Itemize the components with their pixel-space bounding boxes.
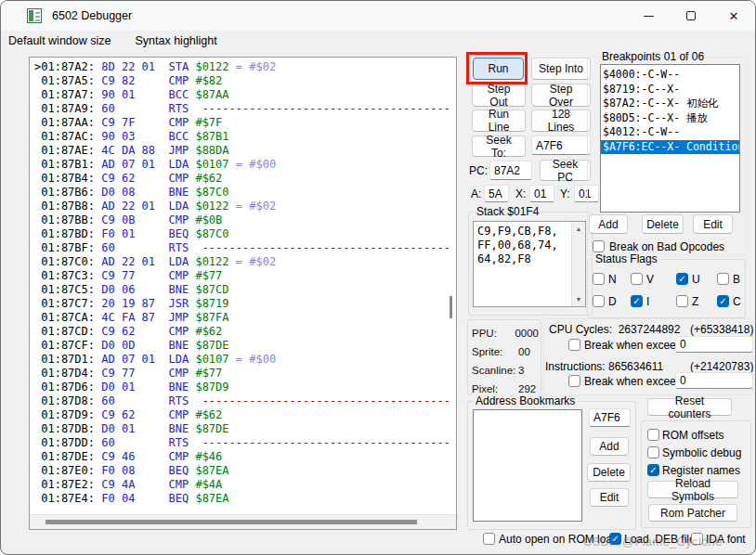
step-out-button[interactable]: Step Out xyxy=(472,84,526,107)
maximize-button[interactable] xyxy=(670,1,712,31)
reset-counters-button[interactable]: Reset counters xyxy=(647,398,732,416)
flag-D-checkbox[interactable] xyxy=(593,295,605,307)
status-flags-title: Status Flags xyxy=(593,252,660,265)
rom-offsets-checkbox[interactable] xyxy=(647,429,659,441)
breakpoint-delete-button[interactable]: Delete xyxy=(642,214,684,234)
disasm-line[interactable]: 01:87BF: 60 RTS ------------------------… xyxy=(34,241,449,255)
disasm-line[interactable]: 01:87A7: 90 01 BCC $87AA xyxy=(34,88,449,102)
disasm-line[interactable]: 01:87D6: D0 01 BNE $87D9 xyxy=(34,381,449,394)
flag-C-checkbox[interactable]: ✓ xyxy=(717,295,729,307)
register-a-input[interactable] xyxy=(484,185,509,202)
disasm-line[interactable]: 01:87E4: F0 04 BEQ $87EA xyxy=(34,492,449,506)
menu-syntax-highlight[interactable]: Syntax highlight xyxy=(135,34,216,47)
breakpoint-item[interactable]: $4000:-C-W-- xyxy=(601,68,739,83)
register-names-label: Register names xyxy=(662,464,740,477)
disasm-line[interactable]: 01:87B1: AD 07 01 LDA $0107 = #$00 xyxy=(34,158,449,172)
auto-open-checkbox[interactable] xyxy=(483,533,495,545)
bookmark-edit-button[interactable]: Edit xyxy=(590,488,629,507)
disasm-line[interactable]: 01:87DD: 60 RTS ------------------------… xyxy=(34,436,449,450)
disasm-line[interactable]: 01:87D9: C9 62 CMP #$62 xyxy=(34,408,449,422)
bookmark-address-input[interactable] xyxy=(589,408,631,427)
run-button[interactable]: Run xyxy=(473,58,524,80)
symbolic-debug-checkbox[interactable] xyxy=(647,446,659,458)
step-into-button[interactable]: Step Into xyxy=(531,58,591,80)
rom-patcher-button[interactable]: Rom Patcher xyxy=(648,504,737,522)
instructions-label: Instructions: 865634611 xyxy=(545,360,663,373)
scroll-down-icon[interactable]: ▼ xyxy=(572,296,585,303)
disasm-line[interactable]: 01:87B4: C9 62 CMP #$62 xyxy=(34,172,449,186)
disasm-line[interactable]: 01:87AA: C9 7F CMP #$7F xyxy=(34,116,449,130)
scroll-up-icon[interactable]: ▲ xyxy=(572,226,585,232)
disasm-line[interactable]: 01:87A9: 60 RTS ------------------------… xyxy=(34,102,449,116)
flag-Z-checkbox[interactable] xyxy=(676,295,688,307)
flag-U-checkbox[interactable]: ✓ xyxy=(676,273,688,285)
reload-symbols-button[interactable]: Reload Symbols xyxy=(647,481,738,498)
bookmark-add-button[interactable]: Add xyxy=(590,437,629,456)
stack-view[interactable]: C9,F9,CB,F8,FF,00,68,74,64,82,F8 ▲ ▼ xyxy=(473,221,586,307)
flag-I-checkbox[interactable]: ✓ xyxy=(631,295,643,307)
pc-input[interactable] xyxy=(489,161,532,180)
cpu-break-exceed-input[interactable] xyxy=(675,336,753,353)
breakpoint-add-button[interactable]: Add xyxy=(589,214,628,234)
disasm-line[interactable]: >01:87A2: 8D 22 01 STA $0122 = #$02 xyxy=(34,60,449,74)
breakpoint-item[interactable]: $87A2:-C--X- 初始化 xyxy=(601,97,739,111)
disasm-line[interactable]: 01:87E2: C9 4A CMP #$4A xyxy=(34,478,449,492)
flag-N-checkbox[interactable] xyxy=(593,273,605,285)
breakpoint-item[interactable]: $8719:-C--X- xyxy=(601,83,739,97)
disassembly-panel[interactable]: >01:87A2: 8D 22 01 STA $0122 = #$02 01:8… xyxy=(29,57,457,530)
disasm-line[interactable]: 01:87C7: 20 19 87 JSR $8719 xyxy=(34,297,449,311)
seek-to-button[interactable]: Seek To: xyxy=(472,136,526,157)
close-button[interactable]: ✕ xyxy=(712,1,755,31)
instr-break-exceed-checkbox[interactable] xyxy=(568,375,580,387)
disasm-line[interactable]: 01:87C3: C9 77 CMP #$77 xyxy=(34,269,449,283)
disasm-line[interactable]: 01:87A5: C9 82 CMP #$82 xyxy=(34,74,449,88)
disasm-line[interactable]: 01:87D8: 60 RTS ------------------------… xyxy=(34,394,449,408)
bookmark-delete-button[interactable]: Delete xyxy=(587,463,631,482)
register-y-label: Y: xyxy=(560,187,570,200)
instr-break-exceed-input[interactable] xyxy=(675,372,753,389)
disasm-line[interactable]: 01:87AC: 90 03 BCC $87B1 xyxy=(34,130,449,144)
seek-to-input[interactable] xyxy=(531,136,591,155)
register-names-checkbox[interactable]: ✓ xyxy=(647,464,659,476)
break-on-bad-opcodes-checkbox[interactable] xyxy=(593,240,605,252)
disasm-line[interactable]: 01:87BD: F0 01 BEQ $87C0 xyxy=(34,227,449,241)
run-line-button[interactable]: Run Line xyxy=(472,110,526,132)
disasm-line[interactable]: 01:87E0: F0 08 BEQ $87EA xyxy=(34,464,449,478)
address-bookmarks-title: Address Bookmarks xyxy=(473,394,578,407)
disasm-line[interactable]: 01:87CF: D0 0D BNE $87DE xyxy=(34,339,449,353)
disasm-line[interactable]: 01:87B8: AD 22 01 LDA $0122 = #$02 xyxy=(34,200,449,213)
breakpoint-item[interactable]: $4012:-C-W-- xyxy=(601,125,739,140)
step-over-button[interactable]: Step Over xyxy=(531,84,591,107)
vertical-scrollbar-thumb[interactable] xyxy=(450,296,452,318)
disasm-line[interactable]: 01:87D4: C9 77 CMP #$77 xyxy=(34,367,449,381)
load-deb-checkbox[interactable]: ✓ xyxy=(609,533,621,545)
disasm-line[interactable]: 01:87CA: 4C FA 87 JMP $87FA xyxy=(34,311,449,325)
breakpoint-item[interactable]: $80D5:-C--X- 播放 xyxy=(601,111,739,126)
breakpoint-item[interactable]: $A7F6:EC--X- Condition xyxy=(601,140,739,155)
breakpoint-list[interactable]: $4000:-C-W--$8719:-C--X-$87A2:-C--X- 初始化… xyxy=(600,64,740,213)
run-128-lines-button[interactable]: 128 Lines xyxy=(531,110,591,132)
breakpoint-edit-button[interactable]: Edit xyxy=(693,214,733,234)
disasm-line[interactable]: 01:87CD: C9 62 CMP #$62 xyxy=(34,325,449,339)
register-x-input[interactable] xyxy=(529,185,554,202)
cpu-break-exceed-checkbox[interactable] xyxy=(568,339,580,351)
minimize-button[interactable] xyxy=(627,1,670,31)
disasm-line[interactable]: 01:87DE: C9 46 CMP #$46 xyxy=(34,450,449,464)
disasm-line[interactable]: 01:87DB: D0 01 BNE $87DE xyxy=(34,422,449,436)
menu-default-window-size[interactable]: Default window size xyxy=(8,34,111,47)
flag-B-checkbox[interactable] xyxy=(717,273,729,285)
disasm-line[interactable]: 01:87BB: C9 0B CMP #$0B xyxy=(34,213,449,227)
disasm-line[interactable]: 01:87C0: AD 22 01 LDA $0122 = #$02 xyxy=(34,255,449,269)
ida-font-checkbox[interactable] xyxy=(691,533,703,545)
bookmark-list[interactable] xyxy=(473,409,582,522)
seek-pc-button[interactable]: Seek PC xyxy=(540,160,591,181)
disasm-line[interactable]: 01:87B6: D0 08 BNE $87C0 xyxy=(34,186,449,200)
horizontal-scrollbar-thumb[interactable] xyxy=(46,520,417,524)
flag-V-checkbox[interactable] xyxy=(631,273,643,285)
disasm-line[interactable]: 01:87C5: D0 06 BNE $87CD xyxy=(34,283,449,297)
ida-font-label: IDA font xyxy=(706,533,746,546)
horizontal-scrollbar[interactable] xyxy=(30,514,456,529)
disasm-line[interactable]: 01:87AE: 4C DA 88 JMP $88DA xyxy=(34,144,449,158)
disasm-line[interactable]: 01:87D1: AD 07 01 LDA $0107 = #$00 xyxy=(34,353,449,367)
stack-scrollbar[interactable]: ▲ ▼ xyxy=(571,222,585,306)
